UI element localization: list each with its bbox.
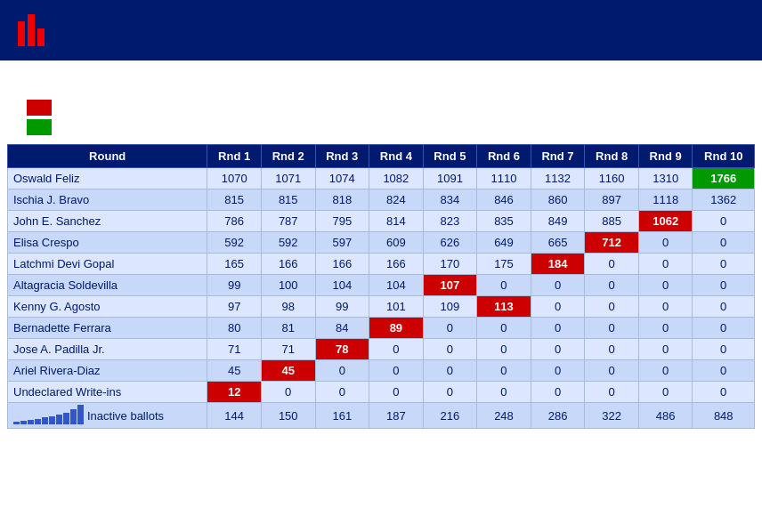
cell-value: 0 — [693, 211, 755, 232]
cell-value: 0 — [693, 275, 755, 296]
cell-value: 166 — [261, 254, 315, 275]
table-row: Undeclared Write-ins12000000000 — [8, 382, 755, 403]
cell-value: 0 — [369, 339, 424, 360]
cell-value: 150 — [261, 403, 315, 429]
cell-value: 0 — [423, 318, 477, 339]
cell-value: 144 — [207, 403, 262, 429]
cell-value: 592 — [207, 232, 262, 254]
cell-value: 849 — [531, 211, 585, 232]
winner-color-box — [27, 119, 52, 135]
cell-value: 104 — [315, 275, 369, 296]
cell-value: 45 — [261, 360, 315, 382]
cell-value: 113 — [477, 296, 531, 318]
cell-value: 609 — [369, 232, 424, 254]
logo-icon — [18, 14, 45, 46]
cell-value: 787 — [261, 211, 315, 232]
mini-bar-chart — [13, 407, 84, 424]
cell-value: 815 — [207, 189, 262, 211]
cell-value: 0 — [423, 360, 477, 382]
cell-value: 98 — [261, 296, 315, 318]
cell-value: 0 — [693, 339, 755, 360]
cell-value: 0 — [638, 232, 693, 254]
cell-value: 0 — [315, 360, 369, 382]
candidate-name: Elisa Crespo — [8, 232, 207, 254]
cell-value: 99 — [207, 275, 262, 296]
cell-value: 486 — [638, 403, 693, 429]
cell-value: 0 — [693, 296, 755, 318]
column-header: Rnd 9 — [638, 145, 693, 168]
cell-value: 1766 — [693, 168, 755, 189]
cell-value: 187 — [369, 403, 424, 429]
cell-value: 848 — [693, 403, 755, 429]
cell-value: 1160 — [585, 168, 639, 189]
cell-value: 592 — [261, 232, 315, 254]
candidate-name: Latchmi Devi Gopal — [8, 254, 207, 275]
cell-value: 823 — [423, 211, 477, 232]
column-header: Rnd 5 — [423, 145, 477, 168]
cell-value: 216 — [423, 403, 477, 429]
cell-value: 0 — [261, 382, 315, 403]
cell-value: 897 — [585, 189, 639, 211]
cell-value: 815 — [261, 189, 315, 211]
cell-value: 0 — [369, 360, 424, 382]
cell-value: 1070 — [207, 168, 262, 189]
cell-value: 0 — [638, 275, 693, 296]
column-header: Rnd 3 — [315, 145, 369, 168]
cell-value: 170 — [423, 254, 477, 275]
column-header: Round — [8, 145, 207, 168]
cell-value: 0 — [423, 382, 477, 403]
cell-value: 0 — [315, 382, 369, 403]
candidate-name: Undeclared Write-ins — [8, 382, 207, 403]
table-row: Ariel Rivera-Diaz454500000000 — [8, 360, 755, 382]
cell-value: 0 — [477, 339, 531, 360]
column-header: Rnd 7 — [531, 145, 585, 168]
cell-value: 80 — [207, 318, 262, 339]
cell-value: 286 — [531, 403, 585, 429]
cell-value: 0 — [369, 382, 424, 403]
column-header: Rnd 2 — [261, 145, 315, 168]
cell-value: 0 — [693, 232, 755, 254]
candidate-name: Ariel Rivera-Diaz — [8, 360, 207, 382]
cell-value: 0 — [585, 296, 639, 318]
cell-value: 0 — [477, 360, 531, 382]
cell-value: 0 — [638, 339, 693, 360]
results-table: RoundRnd 1Rnd 2Rnd 3Rnd 4Rnd 5Rnd 6Rnd 7… — [7, 144, 755, 429]
cell-value: 107 — [423, 275, 477, 296]
cell-value: 248 — [477, 403, 531, 429]
cell-value: 0 — [585, 275, 639, 296]
cell-value: 597 — [315, 232, 369, 254]
cell-value: 0 — [423, 339, 477, 360]
cell-value: 0 — [638, 360, 693, 382]
cell-value: 818 — [315, 189, 369, 211]
table-row: Elisa Crespo59259259760962664966571200 — [8, 232, 755, 254]
cell-value: 1362 — [693, 189, 755, 211]
candidate-name: Kenny G. Agosto — [8, 296, 207, 318]
cell-value: 0 — [477, 318, 531, 339]
table-row: Latchmi Devi Gopal1651661661661701751840… — [8, 254, 755, 275]
candidate-name: Ischia J. Bravo — [8, 189, 207, 211]
candidate-name: Bernadette Ferrara — [8, 318, 207, 339]
column-header: Rnd 6 — [477, 145, 531, 168]
cell-value: 99 — [315, 296, 369, 318]
cell-value: 834 — [423, 189, 477, 211]
cell-value: 1074 — [315, 168, 369, 189]
cell-value: 0 — [477, 275, 531, 296]
cell-value: 1310 — [638, 168, 693, 189]
cell-value: 835 — [477, 211, 531, 232]
cell-value: 0 — [585, 318, 639, 339]
cell-value: 81 — [261, 318, 315, 339]
table-row: Oswald Feliz1070107110741082109111101132… — [8, 168, 755, 189]
cell-value: 109 — [423, 296, 477, 318]
eliminated-legend — [18, 100, 744, 116]
cell-value: 0 — [693, 254, 755, 275]
table-row: Ischia J. Bravo8158158188248348468608971… — [8, 189, 755, 211]
cell-value: 166 — [369, 254, 424, 275]
cell-value: 0 — [477, 382, 531, 403]
cell-value: 626 — [423, 232, 477, 254]
results-table-container: RoundRnd 1Rnd 2Rnd 3Rnd 4Rnd 5Rnd 6Rnd 7… — [0, 141, 762, 436]
legend-section — [0, 93, 762, 141]
cell-value: 0 — [585, 360, 639, 382]
table-row: John E. Sanchez7867877958148238358498851… — [8, 211, 755, 232]
winner-legend — [18, 119, 744, 135]
column-header: Rnd 1 — [207, 145, 262, 168]
